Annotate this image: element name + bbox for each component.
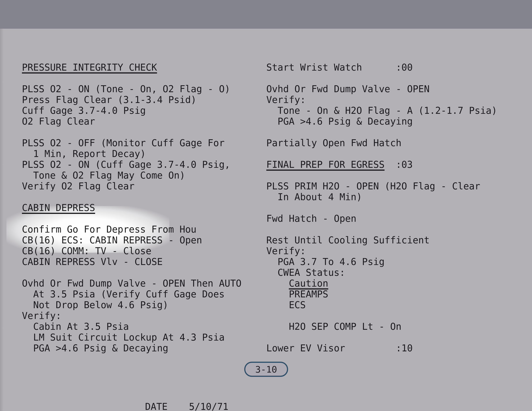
line-text: PLSS O2 - ON (Tone - On, O2 Flag - O) bbox=[22, 84, 230, 94]
scanned-checklist-page: { "page": { "kind": "scanned cuff checkl… bbox=[0, 0, 532, 411]
checklist-line bbox=[266, 170, 497, 181]
date-row: DATE5/10/71 bbox=[134, 391, 239, 411]
checklist-line: Start Wrist Watch :00 bbox=[266, 62, 497, 73]
checklist-line: Ovhd Or Fwd Dump Valve - OPEN Then AUTO bbox=[22, 278, 241, 289]
checklist-line bbox=[22, 213, 241, 224]
checklist-line: Cabin At 3.5 Psia bbox=[22, 321, 241, 332]
checklist-line bbox=[22, 127, 241, 138]
checklist-line: Verify: bbox=[22, 310, 241, 321]
line-underlined-text: Caution bbox=[289, 278, 328, 289]
checklist-line bbox=[266, 73, 497, 84]
line-text: Lower EV Visor :10 bbox=[266, 343, 413, 354]
checklist-line bbox=[266, 149, 497, 159]
checklist-line bbox=[22, 73, 241, 84]
line-text: Verify: bbox=[266, 94, 306, 105]
checklist-line: Confirm Go For Depress From Hou bbox=[22, 224, 241, 235]
checklist-line: PREAMPS bbox=[266, 289, 497, 300]
checklist-line bbox=[266, 310, 497, 321]
line-text: PGA >4.6 Psig & Decaying bbox=[266, 116, 413, 127]
checklist-line: CB(16) COMM: TV - Close bbox=[22, 246, 241, 256]
line-text: Verify: bbox=[22, 310, 61, 321]
line-text: H2O SEP COMP Lt - On bbox=[266, 321, 401, 332]
line-text: LM Suit Circuit Lockup At 4.3 Psia bbox=[22, 332, 225, 343]
checklist-line: Tone - On & H2O Flag - A (1.2-1.7 Psia) bbox=[266, 105, 497, 116]
checklist-line: Verify: bbox=[266, 94, 497, 105]
date-value: 5/10/71 bbox=[178, 401, 239, 411]
line-text: PLSS O2 - OFF (Monitor Cuff Gage For bbox=[22, 138, 225, 149]
line-text: Confirm Go For Depress From Hou bbox=[22, 224, 197, 235]
checklist-line: CABIN DEPRESS bbox=[22, 202, 241, 213]
line-text: CABIN REPRESS Vlv - CLOSE bbox=[22, 256, 163, 267]
line-text: Verify: bbox=[266, 245, 306, 256]
left-column: PRESSURE INTEGRITY CHECKPLSS O2 - ON (To… bbox=[22, 40, 241, 354]
line-text: Tone & O2 Flag May Come On) bbox=[22, 170, 185, 181]
checklist-line: CABIN REPRESS Vlv - CLOSE bbox=[22, 256, 241, 267]
checklist-line: Cuff Gage 3.7-4.0 Psig bbox=[22, 105, 241, 116]
line-text: Cabin At 3.5 Psia bbox=[22, 321, 129, 332]
checklist-line: CWEA Status: bbox=[266, 267, 497, 278]
line-text: Partially Open Fwd Hatch bbox=[266, 138, 401, 149]
checklist-line: O2 Flag Clear bbox=[22, 116, 241, 127]
line-text: Press Flag Clear (3.1-3.4 Psid) bbox=[22, 94, 197, 105]
line-text: PGA >4.6 Psig & Decaying bbox=[22, 343, 168, 354]
page-number-badge: 3-10 bbox=[244, 362, 288, 377]
checklist-line: PLSS PRIM H2O - OPEN (H2O Flag - Clear bbox=[266, 181, 497, 192]
checklist-line bbox=[22, 267, 241, 278]
checklist-line: CB(16) ECS: CABIN REPRESS - Open bbox=[22, 235, 241, 246]
line-text: Verify O2 Flag Clear bbox=[22, 181, 134, 192]
right-column: Start Wrist Watch :00Ovhd Or Fwd Dump Va… bbox=[266, 40, 497, 354]
checklist-line: 1 Min, Report Decay) bbox=[22, 149, 241, 159]
line-text: Fwd Hatch - Open bbox=[266, 213, 356, 224]
line-text: CWEA Status: bbox=[266, 267, 345, 278]
line-text: O2 Flag Clear bbox=[22, 116, 95, 127]
checklist-line: PLSS O2 - OFF (Monitor Cuff Gage For bbox=[22, 138, 241, 149]
page-edge-shadow bbox=[0, 29, 4, 411]
line-text: Cuff Gage 3.7-4.0 Psig bbox=[22, 105, 146, 116]
line-text: Rest Until Cooling Sufficient bbox=[266, 235, 430, 246]
line-text: Ovhd Or Fwd Dump Valve - OPEN bbox=[266, 84, 430, 94]
line-text: CB(16) ECS: CABIN REPRESS - Open bbox=[22, 235, 202, 246]
scan-top-band bbox=[0, 0, 532, 29]
line-text: PREAMPS bbox=[266, 289, 328, 300]
checklist-line bbox=[22, 192, 241, 202]
checklist-line: PGA 3.7 To 4.6 Psig bbox=[266, 256, 497, 267]
checklist-line: Ovhd Or Fwd Dump Valve - OPEN bbox=[266, 84, 497, 94]
checklist-line bbox=[266, 202, 497, 213]
checklist-line: Partially Open Fwd Hatch bbox=[266, 138, 497, 149]
line-underlined-text: FINAL PREP FOR EGRESS bbox=[266, 159, 384, 170]
checklist-line: Tone & O2 Flag May Come On) bbox=[22, 170, 241, 181]
checklist-line: Not Drop Below 4.6 Psig) bbox=[22, 300, 241, 310]
checklist-line: Verify O2 Flag Clear bbox=[22, 181, 241, 192]
checklist-line bbox=[266, 332, 497, 343]
checklist-line: PGA >4.6 Psig & Decaying bbox=[22, 343, 241, 354]
checklist-line: LM Suit Circuit Lockup At 4.3 Psia bbox=[22, 332, 241, 343]
line-text: At 3.5 Psia (Verify Cuff Gage Does bbox=[22, 289, 225, 300]
checklist-line: PLSS O2 - ON (Cuff Gage 3.7-4.0 Psig, bbox=[22, 159, 241, 170]
line-text: PLSS O2 - ON (Cuff Gage 3.7-4.0 Psig, bbox=[22, 159, 230, 170]
line-trailing-text: :03 bbox=[384, 159, 413, 170]
line-text: Tone - On & H2O Flag - A (1.2-1.7 Psia) bbox=[266, 105, 497, 116]
checklist-line: Caution bbox=[266, 278, 497, 289]
checklist-line: Fwd Hatch - Open bbox=[266, 213, 497, 224]
checklist-line: At 3.5 Psia (Verify Cuff Gage Does bbox=[22, 289, 241, 300]
page-number: 3-10 bbox=[255, 364, 277, 374]
line-text: In About 4 Min) bbox=[266, 191, 362, 202]
checklist-line: Verify: bbox=[266, 246, 497, 256]
line-text bbox=[266, 278, 289, 289]
checklist-line bbox=[266, 127, 497, 138]
checklist-line: Lower EV Visor :10 bbox=[266, 343, 497, 354]
checklist-line bbox=[266, 224, 497, 235]
line-text: CB(16) COMM: TV - Close bbox=[22, 245, 151, 256]
line-text: 1 Min, Report Decay) bbox=[22, 148, 146, 159]
line-underlined-text: PRESSURE INTEGRITY CHECK bbox=[22, 62, 157, 73]
line-text: ECS bbox=[266, 299, 306, 310]
line-text: Start Wrist Watch :00 bbox=[266, 62, 413, 73]
checklist-line: H2O SEP COMP Lt - On bbox=[266, 321, 497, 332]
line-text: Not Drop Below 4.6 Psig) bbox=[22, 299, 168, 310]
line-text: PLSS PRIM H2O - OPEN (H2O Flag - Clear bbox=[266, 181, 480, 192]
checklist-line: PGA >4.6 Psig & Decaying bbox=[266, 116, 497, 127]
date-label: DATE bbox=[145, 401, 168, 411]
line-text: Ovhd Or Fwd Dump Valve - OPEN Then AUTO bbox=[22, 278, 241, 289]
checklist-line: FINAL PREP FOR EGRESS :03 bbox=[266, 159, 497, 170]
checklist-line: ECS bbox=[266, 300, 497, 310]
